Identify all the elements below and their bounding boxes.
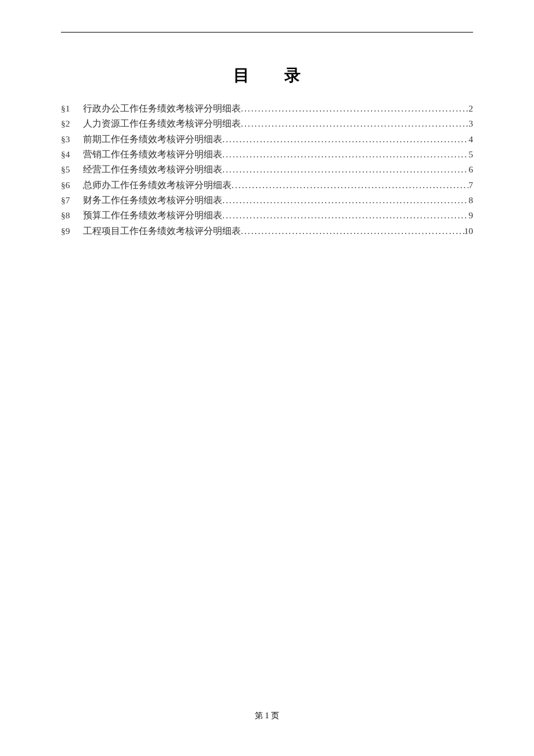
header-horizontal-rule: [61, 32, 473, 33]
toc-entry: §7 财务工作任务绩效考核评分明细表 8: [61, 193, 473, 208]
toc-leader-dots: [232, 178, 468, 193]
toc-entry-title: 总师办工作任务绩效考核评分明细表: [83, 178, 232, 193]
toc-entry-title: 人力资源工作任务绩效考核评分明细表: [83, 116, 241, 131]
toc-entry-title: 经营工作任务绩效考核评分明细表: [83, 162, 222, 177]
toc-section-number: §9: [61, 224, 83, 239]
toc-entry: §5 经营工作任务绩效考核评分明细表 6: [61, 162, 473, 177]
toc-leader-dots: [222, 208, 468, 223]
toc-page-number: 8: [468, 193, 473, 208]
page-title: 目录: [61, 64, 473, 87]
toc-page-number: 6: [468, 162, 473, 177]
toc-entry: §1 行政办公工作任务绩效考核评分明细表 2: [61, 101, 473, 116]
toc-leader-dots: [222, 147, 468, 162]
toc-page-number: 7: [468, 178, 473, 193]
toc-entry: §9 工程项目工作任务绩效考核评分明细表 10: [61, 224, 473, 239]
toc-entry: §3 前期工作任务绩效考核评分明细表 4: [61, 132, 473, 147]
toc-section-number: §2: [61, 116, 83, 131]
toc-section-number: §7: [61, 193, 83, 208]
toc-entry-title: 财务工作任务绩效考核评分明细表: [83, 193, 222, 208]
toc-section-number: §4: [61, 147, 83, 162]
toc-section-number: §3: [61, 132, 83, 147]
toc-leader-dots: [222, 132, 468, 147]
toc-entry-title: 工程项目工作任务绩效考核评分明细表: [83, 224, 241, 239]
toc-section-number: §6: [61, 178, 83, 193]
document-page: 目录 §1 行政办公工作任务绩效考核评分明细表 2 §2 人力资源工作任务绩效考…: [0, 0, 534, 756]
toc-leader-dots: [241, 101, 468, 116]
toc-leader-dots: [222, 193, 468, 208]
toc-leader-dots: [241, 224, 464, 239]
toc-page-number: 2: [468, 101, 473, 116]
toc-entry-title: 预算工作任务绩效考核评分明细表: [83, 208, 222, 223]
page-footer: 第 1 页: [0, 711, 534, 721]
toc-page-number: 10: [464, 224, 474, 239]
toc-entry-title: 行政办公工作任务绩效考核评分明细表: [83, 101, 241, 116]
footer-suffix: 页: [269, 711, 280, 720]
toc-leader-dots: [241, 116, 468, 131]
toc-section-number: §1: [61, 101, 83, 116]
toc-page-number: 9: [468, 208, 473, 223]
toc-entry: §4 营销工作任务绩效考核评分明细表 5: [61, 147, 473, 162]
toc-entry: §2 人力资源工作任务绩效考核评分明细表 3: [61, 116, 473, 131]
table-of-contents: §1 行政办公工作任务绩效考核评分明细表 2 §2 人力资源工作任务绩效考核评分…: [61, 101, 473, 239]
toc-entry: §8 预算工作任务绩效考核评分明细表 9: [61, 208, 473, 223]
toc-page-number: 5: [468, 147, 473, 162]
toc-page-number: 4: [468, 132, 473, 147]
footer-page-number: 1: [265, 711, 269, 720]
toc-page-number: 3: [468, 116, 473, 131]
toc-entry-title: 营销工作任务绩效考核评分明细表: [83, 147, 222, 162]
footer-prefix: 第: [255, 711, 265, 720]
toc-entry-title: 前期工作任务绩效考核评分明细表: [83, 132, 222, 147]
toc-section-number: §8: [61, 208, 83, 223]
toc-entry: §6 总师办工作任务绩效考核评分明细表 7: [61, 178, 473, 193]
toc-section-number: §5: [61, 162, 83, 177]
toc-leader-dots: [222, 162, 468, 177]
